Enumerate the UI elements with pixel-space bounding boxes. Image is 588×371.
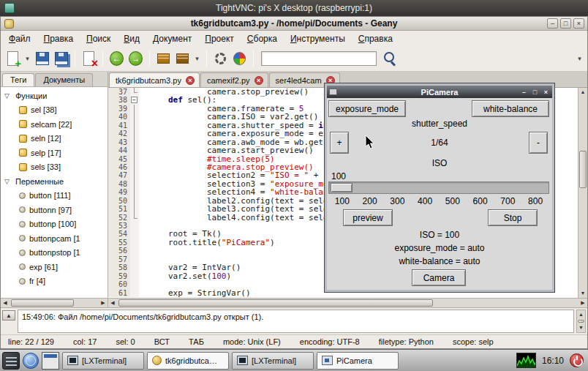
picamera-maximize-icon[interactable]: □ bbox=[531, 89, 539, 96]
editor-vscroll-thumb[interactable] bbox=[579, 151, 587, 188]
message-vscroll-thumb[interactable] bbox=[578, 320, 584, 323]
camera-button[interactable]: Camera bbox=[412, 269, 466, 286]
iso-scale-handle[interactable] bbox=[331, 183, 353, 192]
app-menu-icon[interactable] bbox=[2, 352, 20, 370]
menu-item-8[interactable]: Инструменты bbox=[284, 32, 352, 45]
tree-item[interactable]: exp [61] bbox=[1, 260, 108, 274]
editor-hscroll-thumb[interactable] bbox=[118, 299, 433, 307]
new-file-dropdown-icon[interactable]: ▾ bbox=[23, 50, 31, 67]
menu-item-6[interactable]: Проект bbox=[198, 32, 241, 45]
search-entry[interactable] bbox=[261, 51, 377, 66]
close-icon[interactable]: × bbox=[573, 18, 584, 29]
toolbar-overflow-icon[interactable]: ▾ bbox=[576, 50, 584, 67]
picamera-minimize-icon[interactable]: – bbox=[520, 89, 528, 96]
close-tab-icon[interactable]: × bbox=[255, 76, 263, 85]
cpu-monitor[interactable] bbox=[516, 353, 536, 368]
color-chooser-icon[interactable] bbox=[231, 50, 248, 67]
tree-item[interactable]: buttonpstop [1 bbox=[1, 246, 108, 261]
menu-item-9[interactable]: Справка bbox=[352, 32, 399, 45]
menu-item-7[interactable]: Сборка bbox=[241, 32, 284, 45]
iso-scale-slider[interactable] bbox=[328, 181, 549, 194]
menu-item-1[interactable]: Файл bbox=[2, 32, 37, 45]
tree-item[interactable]: buttonpcam [1 bbox=[1, 231, 108, 246]
expander-icon[interactable]: ▽ bbox=[4, 92, 12, 100]
menu-item-3[interactable]: Поиск bbox=[80, 32, 117, 45]
variable-icon bbox=[19, 221, 26, 228]
variable-icon bbox=[19, 250, 26, 256]
navigate-forward-icon[interactable] bbox=[127, 50, 144, 67]
tree-item[interactable]: sels [33] bbox=[1, 160, 108, 175]
picamera-window: PiCamera – □ × exposure_mode white-balan… bbox=[325, 83, 554, 292]
file-manager-icon[interactable] bbox=[42, 352, 59, 370]
tree-item[interactable]: fr [4] bbox=[1, 274, 108, 289]
minimize-icon[interactable]: – bbox=[547, 18, 558, 29]
tree-item[interactable]: selp [17] bbox=[1, 146, 108, 160]
picamera-titlebar[interactable]: PiCamera – □ × bbox=[327, 86, 552, 98]
variable-icon bbox=[19, 192, 26, 199]
tree-item-label: selp [17] bbox=[31, 149, 61, 157]
sidebar-tab-1[interactable]: Теги bbox=[2, 73, 34, 86]
tree-item[interactable]: sel [38] bbox=[1, 103, 108, 118]
iso-scale-ticks: 100200300400500600700800 bbox=[328, 196, 549, 206]
tree-item-label: selcam [22] bbox=[31, 120, 72, 129]
picamera-close-icon[interactable]: × bbox=[542, 89, 550, 96]
sidebar-hscroll-thumb[interactable] bbox=[11, 299, 74, 307]
tree-item[interactable]: selcam [22] bbox=[1, 117, 108, 132]
sidebar-tab-2[interactable]: Документы bbox=[35, 73, 93, 86]
task-button-4[interactable]: PiCamera bbox=[317, 352, 399, 370]
menu-item-5[interactable]: Документ bbox=[146, 32, 198, 45]
task-button-1[interactable]: [LXTerminal] bbox=[62, 352, 144, 370]
editor-hscrollbar[interactable] bbox=[108, 298, 587, 307]
expander-icon[interactable]: ▽ bbox=[4, 178, 12, 185]
exposure-mode-button[interactable]: exposure_mode bbox=[328, 100, 406, 117]
sidebar-hscrollbar[interactable] bbox=[1, 298, 108, 307]
white-balance-button[interactable]: white-balance bbox=[472, 100, 549, 117]
iso-label: ISO bbox=[327, 158, 552, 168]
geany-titlebar[interactable]: tk6gridbutcam3.py - /home/pi/Documents -… bbox=[1, 17, 587, 31]
menu-item-4[interactable]: Вид bbox=[117, 32, 146, 45]
menu-item-2[interactable]: Правка bbox=[37, 32, 80, 45]
execute-icon[interactable] bbox=[212, 50, 229, 67]
editor-vscrollbar[interactable] bbox=[578, 88, 587, 298]
clock[interactable]: 16:10 bbox=[539, 356, 567, 366]
shutter-minus-button[interactable]: - bbox=[529, 132, 548, 154]
message-panel-toggle[interactable]: ▲ bbox=[2, 310, 15, 321]
fold-collapse-icon[interactable]: − bbox=[131, 97, 137, 103]
tree-group[interactable]: ▽Переменные bbox=[1, 174, 108, 189]
message-window: ▲ 15:49:06: Файл /home/pi/Documents/tk6g… bbox=[1, 307, 587, 334]
build-dropdown-icon[interactable]: ▾ bbox=[193, 50, 201, 67]
new-file-icon[interactable] bbox=[4, 50, 21, 67]
task-button-3[interactable]: [LXTerminal] bbox=[232, 352, 314, 370]
vnc-titlebar[interactable]: TightVNC: pi's X desktop (raspberrypi:1) bbox=[0, 0, 588, 16]
function-icon bbox=[19, 149, 27, 157]
tree-item[interactable]: button [111] bbox=[1, 189, 108, 203]
save-all-icon[interactable] bbox=[53, 50, 69, 67]
close-tab-icon[interactable]: × bbox=[186, 76, 195, 85]
task-button-2[interactable]: tk6gridbutcam3... bbox=[147, 352, 229, 370]
message-vscrollbar[interactable] bbox=[576, 310, 586, 333]
navigate-back-icon[interactable] bbox=[108, 50, 125, 67]
tree-item[interactable]: buttonp [100] bbox=[1, 217, 108, 232]
tree-item[interactable]: seln [12] bbox=[1, 132, 108, 146]
search-icon[interactable] bbox=[381, 50, 398, 67]
build-icon[interactable] bbox=[174, 50, 191, 67]
code-text bbox=[139, 247, 168, 255]
stop-button[interactable]: Stop bbox=[488, 209, 538, 226]
compile-icon[interactable] bbox=[155, 50, 172, 67]
line-number: 54 bbox=[108, 230, 130, 238]
preview-button[interactable]: preview bbox=[343, 209, 393, 226]
tree-item[interactable]: buttonn [97] bbox=[1, 203, 108, 217]
editor-tab-2[interactable]: camexif2.py× bbox=[200, 72, 268, 87]
editor-tab-1[interactable]: tk6gridbutcam3.py× bbox=[109, 72, 200, 87]
maximize-icon[interactable]: □ bbox=[560, 18, 571, 29]
tree-item-label: seln [12] bbox=[31, 134, 61, 143]
task-button-label: [LXTerminal] bbox=[252, 356, 296, 365]
web-browser-icon[interactable] bbox=[23, 353, 39, 369]
fold-margin bbox=[130, 239, 139, 247]
tree-group[interactable]: ▽Функции bbox=[1, 89, 108, 103]
fold-margin bbox=[130, 113, 139, 121]
close-document-icon[interactable] bbox=[80, 50, 97, 67]
variable-icon bbox=[19, 206, 26, 213]
shutdown-icon[interactable] bbox=[570, 353, 584, 367]
save-icon[interactable] bbox=[34, 50, 50, 67]
